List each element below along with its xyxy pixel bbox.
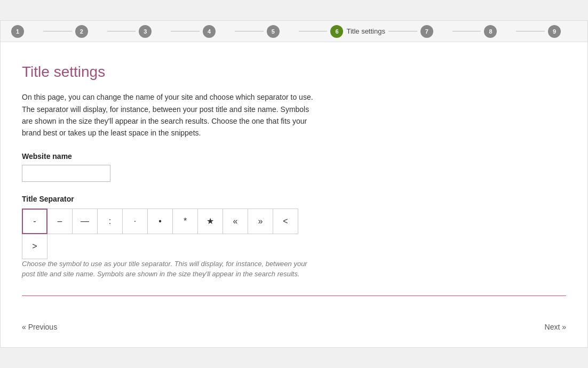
separator-btn-1[interactable]: – [47,209,73,234]
step-line-1 [43,31,72,31]
stepper: 123456Title settings789 [1,21,587,42]
step-circle-8: 8 [484,25,497,38]
step-line-4 [235,31,264,31]
separator-row2: > [22,234,566,259]
step-4: 4 [203,25,232,38]
next-button[interactable]: Next » [545,323,566,331]
separator-btn-7[interactable]: ★ [197,209,223,234]
step-circle-5: 5 [267,25,280,38]
step-3: 3 [139,25,168,38]
step-circle-6[interactable]: 6 [330,25,343,38]
step-circle-1: 1 [11,25,24,38]
step-2: 2 [75,25,104,38]
separator-btn-8[interactable]: « [223,209,248,234]
step-circle-9: 9 [548,25,561,38]
step-7: 7 [420,25,449,38]
separator-btn-3[interactable]: : [97,209,123,234]
separator-btn-10[interactable]: < [273,209,298,234]
step-label-6: Title settings [346,27,385,35]
divider [22,295,566,296]
step-line-7 [452,31,481,31]
nav-bar: « Previous Next » [1,317,587,347]
separator-hint: Choose the symbol to use as your title s… [22,259,321,279]
separator-btn-2[interactable]: — [72,209,98,234]
separator-row1: -–—:·•*★«»< [22,209,566,234]
page-description: On this page, you can change the name of… [22,91,321,139]
step-line-6 [388,31,417,31]
separator-btn-11[interactable]: > [22,234,47,259]
step-line-8 [516,31,545,31]
step-line-2 [107,31,136,31]
step-circle-7: 7 [420,25,433,38]
step-5: 5 [267,25,296,38]
separator-btn-9[interactable]: » [248,209,273,234]
step-6: 6Title settings [330,25,385,38]
separator-label: Title Separator [22,195,566,203]
separator-btn-0[interactable]: - [22,209,47,234]
separator-btn-5[interactable]: • [147,209,173,234]
previous-button[interactable]: « Previous [22,323,57,331]
step-1: 1 [11,25,40,38]
step-line-3 [171,31,200,31]
website-name-label: Website name [22,152,566,161]
step-circle-2: 2 [75,25,88,38]
step-circle-4: 4 [203,25,216,38]
step-9: 9 [548,25,577,38]
separator-btn-4[interactable]: · [122,209,148,234]
website-name-input[interactable] [22,165,110,182]
separator-btn-6[interactable]: * [172,209,198,234]
step-8: 8 [484,25,513,38]
page-title: Title settings [22,63,566,81]
step-circle-3: 3 [139,25,152,38]
step-line-5 [299,31,328,31]
